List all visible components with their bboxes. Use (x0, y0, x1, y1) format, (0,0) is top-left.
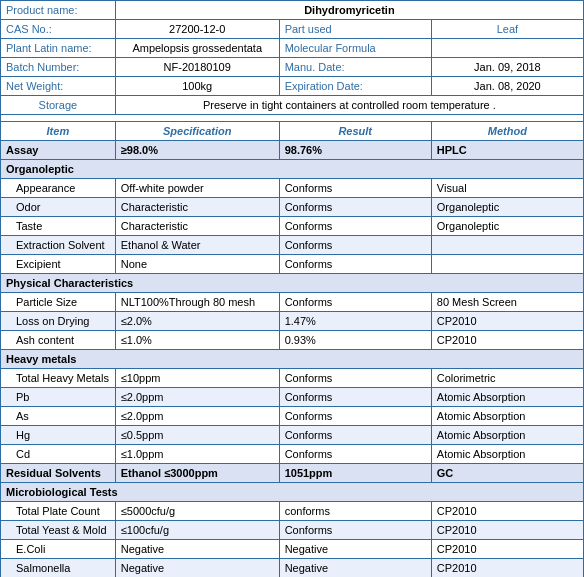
section-micro: Microbiological Tests (1, 483, 584, 502)
row-total-heavy: Total Heavy Metals ≤10ppm Conforms Color… (1, 369, 584, 388)
yeast-mold-result: Conforms (279, 521, 431, 540)
row-extraction: Extraction Solvent Ethanol & Water Confo… (1, 236, 584, 255)
col-item: Item (1, 122, 116, 141)
part-used-label: Part used (279, 20, 431, 39)
as-result: Conforms (279, 407, 431, 426)
hg-method: Atomic Absorption (431, 426, 583, 445)
section-heavy: Heavy metals (1, 350, 584, 369)
ecoli-method: CP2010 (431, 540, 583, 559)
section-organoleptic: Organoleptic (1, 160, 584, 179)
section-physical: Physical Characteristics (1, 274, 584, 293)
total-heavy-item: Total Heavy Metals (1, 369, 116, 388)
pb-item: Pb (1, 388, 116, 407)
section-residual: Residual Solvents Ethanol ≤3000ppm 1051p… (1, 464, 584, 483)
as-spec: ≤2.0ppm (115, 407, 279, 426)
salmonella-method: CP2010 (431, 559, 583, 578)
residual-result: 1051ppm (279, 464, 431, 483)
taste-spec: Characteristic (115, 217, 279, 236)
cas-row: CAS No.: 27200-12-0 Part used Leaf (1, 20, 584, 39)
net-value: 100kg (115, 77, 279, 96)
table-header-row: Item Specification Result Method (1, 122, 584, 141)
mol-label: Molecular Formula (279, 39, 431, 58)
section-organoleptic-label: Organoleptic (1, 160, 584, 179)
row-salmonella: Salmonella Negative Negative CP2010 (1, 559, 584, 578)
plant-label: Plant Latin name: (1, 39, 116, 58)
as-item: As (1, 407, 116, 426)
odor-method: Organoleptic (431, 198, 583, 217)
yeast-mold-spec: ≤100cfu/g (115, 521, 279, 540)
plant-value: Ampelopsis grossedentata (115, 39, 279, 58)
ash-spec: ≤1.0% (115, 331, 279, 350)
residual-item: Residual Solvents (1, 464, 116, 483)
row-ecoli: E.Coli Negative Negative CP2010 (1, 540, 584, 559)
assay-spec: ≥98.0% (115, 141, 279, 160)
plant-row: Plant Latin name: Ampelopsis grossedenta… (1, 39, 584, 58)
product-name: Dihydromyricetin (115, 1, 583, 20)
total-heavy-spec: ≤10ppm (115, 369, 279, 388)
row-cd: Cd ≤1.0ppm Conforms Atomic Absorption (1, 445, 584, 464)
pb-result: Conforms (279, 388, 431, 407)
total-heavy-result: Conforms (279, 369, 431, 388)
total-plate-method: CP2010 (431, 502, 583, 521)
hg-item: Hg (1, 426, 116, 445)
manu-label: Manu. Date: (279, 58, 431, 77)
odor-spec: Characteristic (115, 198, 279, 217)
net-label: Net Weight: (1, 77, 116, 96)
hg-result: Conforms (279, 426, 431, 445)
odor-item: Odor (1, 198, 116, 217)
row-excipient: Excipient None Conforms (1, 255, 584, 274)
extraction-item: Extraction Solvent (1, 236, 116, 255)
total-plate-item: Total Plate Count (1, 502, 116, 521)
yeast-mold-item: Total Yeast & Mold (1, 521, 116, 540)
certificate-table: Product name: Dihydromyricetin CAS No.: … (0, 0, 584, 577)
row-hg: Hg ≤0.5ppm Conforms Atomic Absorption (1, 426, 584, 445)
product-label: Product name: (1, 1, 116, 20)
appearance-method: Visual (431, 179, 583, 198)
excipient-item: Excipient (1, 255, 116, 274)
particle-spec: NLT100%Through 80 mesh (115, 293, 279, 312)
assay-result: 98.76% (279, 141, 431, 160)
extraction-spec: Ethanol & Water (115, 236, 279, 255)
particle-item: Particle Size (1, 293, 116, 312)
total-plate-result: conforms (279, 502, 431, 521)
particle-method: 80 Mesh Screen (431, 293, 583, 312)
batch-row: Batch Number: NF-20180109 Manu. Date: Ja… (1, 58, 584, 77)
ash-result: 0.93% (279, 331, 431, 350)
residual-spec: Ethanol ≤3000ppm (115, 464, 279, 483)
cd-result: Conforms (279, 445, 431, 464)
loss-spec: ≤2.0% (115, 312, 279, 331)
taste-method: Organoleptic (431, 217, 583, 236)
excipient-result: Conforms (279, 255, 431, 274)
particle-result: Conforms (279, 293, 431, 312)
batch-label: Batch Number: (1, 58, 116, 77)
cd-item: Cd (1, 445, 116, 464)
row-loss: Loss on Drying ≤2.0% 1.47% CP2010 (1, 312, 584, 331)
ecoli-spec: Negative (115, 540, 279, 559)
excipient-spec: None (115, 255, 279, 274)
ecoli-result: Negative (279, 540, 431, 559)
taste-result: Conforms (279, 217, 431, 236)
section-micro-label: Microbiological Tests (1, 483, 584, 502)
salmonella-item: Salmonella (1, 559, 116, 578)
section-assay: Assay ≥98.0% 98.76% HPLC (1, 141, 584, 160)
loss-item: Loss on Drying (1, 312, 116, 331)
appearance-item: Appearance (1, 179, 116, 198)
manu-value: Jan. 09, 2018 (431, 58, 583, 77)
exp-label: Expiration Date: (279, 77, 431, 96)
cd-spec: ≤1.0ppm (115, 445, 279, 464)
row-as: As ≤2.0ppm Conforms Atomic Absorption (1, 407, 584, 426)
cas-label: CAS No.: (1, 20, 116, 39)
row-yeast-mold: Total Yeast & Mold ≤100cfu/g Conforms CP… (1, 521, 584, 540)
storage-value: Preserve in tight containers at controll… (115, 96, 583, 115)
loss-method: CP2010 (431, 312, 583, 331)
col-specification: Specification (115, 122, 279, 141)
exp-value: Jan. 08, 2020 (431, 77, 583, 96)
row-odor: Odor Characteristic Conforms Organolepti… (1, 198, 584, 217)
net-row: Net Weight: 100kg Expiration Date: Jan. … (1, 77, 584, 96)
salmonella-spec: Negative (115, 559, 279, 578)
cas-value: 27200-12-0 (115, 20, 279, 39)
total-plate-spec: ≤5000cfu/g (115, 502, 279, 521)
total-heavy-method: Colorimetric (431, 369, 583, 388)
pb-spec: ≤2.0ppm (115, 388, 279, 407)
storage-row: Storage Preserve in tight containers at … (1, 96, 584, 115)
